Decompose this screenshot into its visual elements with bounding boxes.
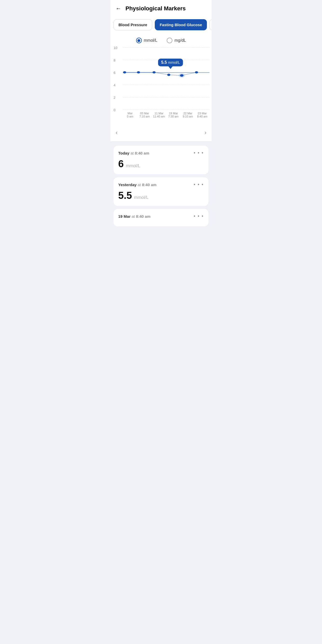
card-date-yesterday: Yesterday at 8:40 am [118, 183, 157, 187]
card-header-today: Today at 8:40 am • • • [118, 150, 204, 156]
record-card-yesterday: Yesterday at 8:40 am • • • 5.5 mmol/L [114, 177, 208, 206]
card-value-today: 6 mmol/L [118, 158, 204, 170]
unit-mgdl[interactable]: mg/dL [167, 38, 186, 43]
card-header-19mar: 19 Mar at 8:40 am • • • [118, 214, 204, 219]
chart-wrapper: 10 8 6 4 2 0 [110, 47, 212, 125]
radio-mmol-circle[interactable] [136, 38, 142, 43]
next-arrow[interactable]: › [205, 129, 206, 136]
x-label-2: 11 Mar 11:40 am [152, 112, 166, 118]
back-button[interactable]: ← [115, 4, 122, 13]
x-labels: Mar 0 am 03 Mar 7:10 am 11 Mar 11:40 am … [123, 110, 209, 118]
nav-arrows: ‹ › [110, 125, 212, 142]
y-label-4: 4 [114, 83, 115, 87]
record-card-19mar: 19 Mar at 8:40 am • • • [114, 209, 208, 226]
more-btn-today[interactable]: • • • [194, 150, 204, 156]
unit-mmol-label: mmol/L [144, 38, 157, 43]
y-label-0: 0 [114, 108, 115, 112]
tabs-container: Blood Pressure Fasting Blood Glucose HbA… [110, 16, 212, 33]
y-label-6: 6 [114, 71, 115, 75]
x-label-0: Mar 0 am [123, 112, 137, 118]
point-3 [167, 74, 170, 76]
card-date-19mar: 19 Mar at 8:40 am [118, 214, 150, 219]
tooltip-bubble: 5.5 mmol/L [158, 59, 183, 66]
record-card-today: Today at 8:40 am • • • 6 mmol/L [114, 146, 208, 174]
chart-svg [123, 47, 209, 110]
tab-fasting-blood-glucose[interactable]: Fasting Blood Glucose [155, 19, 207, 30]
header: ← Physiological Markers [110, 0, 212, 16]
tooltip-arrow [169, 66, 173, 69]
card-header-yesterday: Yesterday at 8:40 am • • • [118, 182, 204, 187]
prev-arrow[interactable]: ‹ [116, 129, 117, 136]
point-1 [137, 71, 140, 74]
point-5 [195, 71, 198, 74]
chart-inner: 10 8 6 4 2 0 [123, 47, 209, 110]
tab-hba1c[interactable]: HbA1c [209, 19, 212, 30]
chart-section: 10 8 6 4 2 0 [110, 45, 212, 142]
y-label-2: 2 [114, 96, 115, 100]
record-list: Today at 8:40 am • • • 6 mmol/L Yesterda… [110, 142, 212, 230]
x-label-5: 23 Mar 8:40 am [195, 112, 209, 118]
x-label-4: 22 Mar 9:10 am [181, 112, 195, 118]
unit-mmol[interactable]: mmol/L [136, 38, 157, 43]
radio-mgdl-circle[interactable] [167, 38, 172, 43]
unit-mgdl-label: mg/dL [174, 38, 186, 43]
point-0 [123, 71, 126, 74]
more-btn-yesterday[interactable]: • • • [194, 182, 204, 187]
grid-line-0: 0 [123, 110, 209, 110]
page-title: Physiological Markers [125, 5, 186, 12]
unit-selector: mmol/L mg/dL [110, 33, 212, 45]
tooltip-value: 5.5 [161, 60, 167, 65]
card-date-today: Today at 8:40 am [118, 151, 149, 155]
y-label-8: 8 [114, 58, 115, 62]
x-label-1: 03 Mar 7:10 am [137, 112, 152, 118]
y-label-10: 10 [114, 46, 117, 50]
point-4 [180, 74, 183, 77]
more-btn-19mar[interactable]: • • • [194, 214, 204, 219]
x-label-3: 19 Mar 7:30 am [166, 112, 181, 118]
card-value-yesterday: 5.5 mmol/L [118, 190, 204, 201]
point-2 [152, 71, 156, 74]
tooltip-unit: mmol/L [168, 60, 180, 65]
tab-blood-pressure[interactable]: Blood Pressure [114, 19, 152, 30]
